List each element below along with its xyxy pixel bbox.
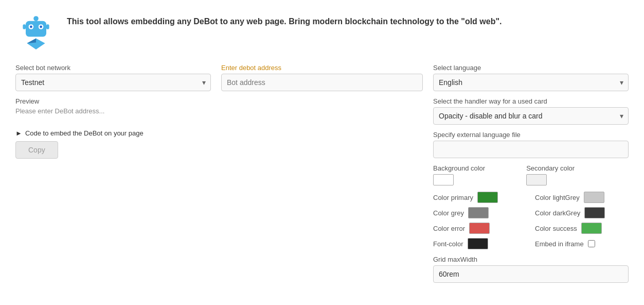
color-success-item: Color success: [535, 223, 629, 234]
right-column: Select language English Russian Chinese …: [433, 64, 629, 283]
header-description: This tool allows embedding any DeBot to …: [67, 15, 502, 28]
font-color-label: Font-color: [433, 240, 463, 248]
svg-point-5: [40, 26, 42, 28]
embed-iframe-label: Embed in iframe: [535, 240, 584, 248]
svg-rect-9: [23, 24, 26, 29]
color-error-label: Color error: [433, 225, 465, 232]
handler-label: Select the handler way for a used card: [433, 97, 629, 105]
triangle-icon: ►: [15, 129, 22, 137]
font-color-item: Font-color: [433, 238, 527, 249]
svg-rect-10: [46, 24, 49, 29]
font-color-swatch[interactable]: [468, 238, 488, 249]
copy-button[interactable]: Copy: [15, 141, 58, 159]
code-toggle-label: Code to embed the DeBot on your page: [25, 129, 144, 137]
debot-address-input[interactable]: [221, 74, 423, 91]
color-primary-swatch[interactable]: [477, 192, 498, 203]
grid-maxwidth-field: Grid maxWidth: [433, 256, 629, 283]
color-error-swatch[interactable]: [469, 223, 490, 234]
embed-iframe-checkbox[interactable]: [588, 240, 595, 247]
color-primary-item: Color primary: [433, 192, 527, 203]
color-grey-label: Color grey: [433, 209, 464, 217]
handler-select-wrapper: Opacity - disable and blur a card Remove…: [433, 107, 629, 125]
ext-lang-input[interactable]: [433, 141, 629, 158]
color-lightgrey-label: Color lightGrey: [535, 194, 580, 201]
color-darkgrey-label: Color darkGrey: [535, 209, 580, 217]
left-column: Select bot network Testnet Mainnet Devne…: [15, 64, 211, 283]
preview-section: Preview Please enter DeBot address...: [15, 97, 211, 115]
bg-color-swatch[interactable]: [433, 174, 454, 185]
bot-network-label: Select bot network: [15, 64, 211, 72]
color-primary-label: Color primary: [433, 194, 473, 201]
color-darkgrey-item: Color darkGrey: [535, 207, 629, 218]
embed-iframe-item: Embed in iframe: [535, 238, 629, 249]
color-success-swatch[interactable]: [581, 223, 602, 234]
code-toggle[interactable]: ► Code to embed the DeBot on your page: [15, 129, 211, 137]
header: This tool allows embedding any DeBot to …: [15, 10, 629, 52]
debot-address-label: Enter debot address: [221, 64, 423, 72]
bot-network-field: Select bot network Testnet Mainnet Devne…: [15, 64, 211, 91]
color-lightgrey-item: Color lightGrey: [535, 192, 629, 203]
language-select-wrapper: English Russian Chinese: [433, 74, 629, 91]
grid-maxwidth-label: Grid maxWidth: [433, 256, 629, 263]
color-section: Background color Secondary color: [433, 164, 629, 185]
bg-color-label: Background color: [433, 164, 485, 172]
color-error-item: Color error: [433, 223, 527, 234]
color-grey-item: Color grey: [433, 207, 527, 218]
handler-select[interactable]: Opacity - disable and blur a card Remove…: [433, 107, 629, 125]
bot-network-select-wrapper: Testnet Mainnet Devnet: [15, 74, 211, 91]
logo-icon: [15, 10, 57, 52]
svg-rect-1: [26, 21, 46, 37]
color-success-label: Color success: [535, 225, 577, 232]
secondary-color-label: Secondary color: [526, 164, 575, 172]
ext-lang-field: Specify external language file: [433, 131, 629, 158]
handler-field: Select the handler way for a used card O…: [433, 97, 629, 125]
middle-column: Enter debot address: [221, 64, 423, 283]
bot-network-select[interactable]: Testnet Mainnet Devnet: [15, 74, 211, 91]
svg-point-4: [30, 26, 32, 28]
grid-maxwidth-input[interactable]: [433, 265, 629, 283]
code-section: ► Code to embed the DeBot on your page C…: [15, 129, 211, 159]
color-grey-swatch[interactable]: [468, 207, 489, 218]
color-darkgrey-swatch[interactable]: [584, 207, 605, 218]
language-field: Select language English Russian Chinese: [433, 64, 629, 91]
main-content: Select bot network Testnet Mainnet Devne…: [15, 64, 629, 283]
bg-secondary-row: Background color Secondary color: [433, 164, 629, 185]
ext-lang-label: Specify external language file: [433, 131, 629, 139]
language-select[interactable]: English Russian Chinese: [433, 74, 629, 91]
svg-marker-8: [27, 38, 36, 43]
preview-text: Please enter DeBot address...: [15, 107, 211, 115]
color-grid: Color primary Color lightGrey Color grey…: [433, 192, 629, 249]
language-label: Select language: [433, 64, 629, 72]
debot-address-field: Enter debot address: [221, 64, 423, 91]
secondary-color-swatch[interactable]: [526, 174, 547, 185]
secondary-color-field: Secondary color: [526, 164, 575, 185]
bg-color-field: Background color: [433, 164, 485, 185]
preview-label: Preview: [15, 97, 211, 105]
color-lightgrey-swatch[interactable]: [584, 192, 604, 203]
